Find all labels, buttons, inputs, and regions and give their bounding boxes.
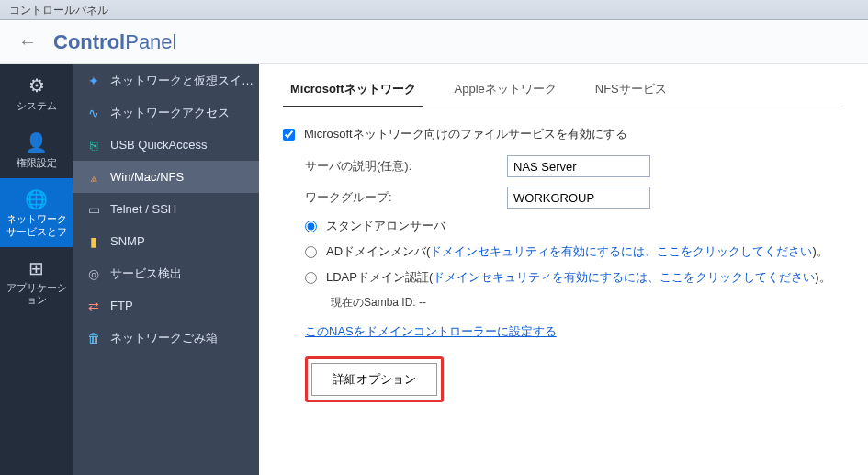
ldap-domain-radio[interactable]	[305, 272, 317, 284]
back-arrow-icon[interactable]: ←	[18, 31, 37, 52]
tab-apple-network[interactable]: Appleネットワーク	[447, 81, 564, 107]
primary-nav-applications[interactable]: ⊞ アプリケーション	[0, 247, 73, 316]
gear-icon: ⚙	[28, 74, 45, 96]
enable-ms-file-service-checkbox[interactable]	[283, 129, 295, 141]
secondary-nav-item[interactable]: ◎サービス検出	[73, 257, 259, 289]
header-title: ControlPanel	[53, 30, 176, 54]
server-description-input[interactable]	[507, 155, 650, 177]
secondary-nav-label: ネットワークアクセス	[110, 105, 230, 121]
secondary-nav-icon: ✦	[85, 74, 102, 88]
standalone-server-radio[interactable]	[305, 221, 317, 232]
secondary-nav-icon: ⟁	[85, 170, 102, 185]
secondary-nav-label: ネットワークと仮想スイ…	[110, 73, 254, 89]
secondary-nav-item[interactable]: ⟁Win/Mac/NFS	[73, 161, 259, 193]
workgroup-row: ワークグループ:	[305, 187, 844, 209]
secondary-nav-item[interactable]: ✦ネットワークと仮想スイ…	[73, 64, 259, 96]
standalone-server-row: スタンドアロンサーバ	[305, 218, 844, 234]
tabs-bar: Microsoftネットワーク Appleネットワーク NFSサービス	[283, 81, 844, 107]
workgroup-label: ワークグループ:	[305, 189, 507, 206]
primary-nav: ⚙ システム 👤 権限設定 🌐 ネットワークサービスとフ ⊞ アプリケーション	[0, 64, 73, 475]
enable-ms-file-service-label: Microsoftネットワーク向けのファイルサービスを有効にする	[304, 126, 627, 142]
workgroup-input[interactable]	[507, 187, 650, 209]
secondary-nav-item[interactable]: ▭Telnet / SSH	[73, 193, 259, 225]
secondary-nav-item[interactable]: ⎘USB QuickAccess	[73, 129, 259, 161]
advanced-options-button[interactable]: 詳細オプション	[311, 363, 437, 396]
primary-nav-label: システム	[17, 99, 57, 113]
primary-nav-system[interactable]: ⚙ システム	[0, 64, 73, 121]
secondary-nav-label: FTP	[110, 299, 133, 312]
ad-domain-row: ADドメインメンバ(ドメインセキュリティを有効にするには、ここをクリックしてくだ…	[305, 243, 844, 260]
tab-microsoft-network[interactable]: Microsoftネットワーク	[283, 81, 423, 107]
primary-nav-label: ネットワークサービスとフ	[0, 213, 73, 239]
apps-icon: ⊞	[28, 257, 44, 279]
secondary-nav-label: サービス検出	[110, 266, 182, 282]
header-bar: ← ControlPanel	[0, 20, 868, 64]
secondary-nav-icon: ∿	[85, 106, 102, 120]
set-domain-controller-link[interactable]: このNASをドメインコントローラーに設定する	[305, 323, 557, 340]
window-titlebar: コントロールパネル	[0, 0, 868, 20]
secondary-nav-label: SNMP	[110, 234, 145, 248]
primary-nav-label: アプリケーション	[0, 282, 73, 308]
tab-nfs-service[interactable]: NFSサービス	[588, 81, 674, 107]
standalone-server-label: スタンドアロンサーバ	[326, 218, 445, 234]
secondary-nav-item[interactable]: ∿ネットワークアクセス	[73, 96, 259, 129]
content-panel: Microsoftネットワーク Appleネットワーク NFSサービス Micr…	[259, 64, 868, 475]
main-layout: ⚙ システム 👤 権限設定 🌐 ネットワークサービスとフ ⊞ アプリケーション …	[0, 64, 868, 475]
secondary-nav-icon: ▭	[85, 202, 102, 217]
ad-domain-label: ADドメインメンバ(ドメインセキュリティを有効にするには、ここをクリックしてくだ…	[326, 243, 829, 260]
primary-nav-network-services[interactable]: 🌐 ネットワークサービスとフ	[0, 178, 73, 247]
ad-domain-security-link[interactable]: ドメインセキュリティを有効にするには、ここをクリックしてください	[430, 244, 812, 258]
primary-nav-label: 権限設定	[17, 156, 57, 170]
secondary-nav-icon: 🗑	[85, 331, 102, 345]
secondary-nav-label: USB QuickAccess	[110, 138, 207, 152]
ldap-domain-row: LDAPドメイン認証(ドメインセキュリティを有効にするには、ここをクリックしてく…	[305, 269, 844, 286]
secondary-nav-label: ネットワークごみ箱	[110, 330, 218, 346]
secondary-nav-label: Telnet / SSH	[110, 202, 176, 216]
secondary-nav-icon: ◎	[85, 266, 102, 281]
secondary-nav: ✦ネットワークと仮想スイ…∿ネットワークアクセス⎘USB QuickAccess…	[73, 64, 259, 475]
window-title: コントロールパネル	[9, 4, 108, 17]
secondary-nav-icon: ⇄	[85, 299, 102, 313]
ldap-domain-security-link[interactable]: ドメインセキュリティを有効にするには、ここをクリックしてください	[433, 270, 815, 284]
secondary-nav-icon: ▮	[85, 234, 102, 249]
advanced-options-highlight: 詳細オプション	[305, 356, 444, 402]
secondary-nav-label: Win/Mac/NFS	[110, 170, 184, 184]
secondary-nav-item[interactable]: ▮SNMP	[73, 225, 259, 257]
user-icon: 👤	[25, 131, 48, 153]
server-description-row: サーバの説明(任意):	[305, 155, 844, 177]
secondary-nav-item[interactable]: ⇄FTP	[73, 289, 259, 322]
primary-nav-permissions[interactable]: 👤 権限設定	[0, 121, 73, 178]
enable-ms-file-service-row: Microsoftネットワーク向けのファイルサービスを有効にする	[283, 126, 844, 142]
samba-id-label: 現在のSamba ID: --	[331, 295, 844, 311]
secondary-nav-icon: ⎘	[85, 138, 102, 153]
ldap-domain-label: LDAPドメイン認証(ドメインセキュリティを有効にするには、ここをクリックしてく…	[326, 269, 831, 286]
secondary-nav-item[interactable]: 🗑ネットワークごみ箱	[73, 322, 259, 354]
ms-network-section: Microsoftネットワーク向けのファイルサービスを有効にする サーバの説明(…	[283, 126, 844, 402]
globe-icon: 🌐	[25, 188, 48, 210]
ad-domain-radio[interactable]	[305, 246, 317, 258]
server-settings-grid: サーバの説明(任意): ワークグループ: スタンドアロンサーバ ADドメインメン…	[305, 155, 844, 402]
server-description-label: サーバの説明(任意):	[305, 158, 507, 175]
